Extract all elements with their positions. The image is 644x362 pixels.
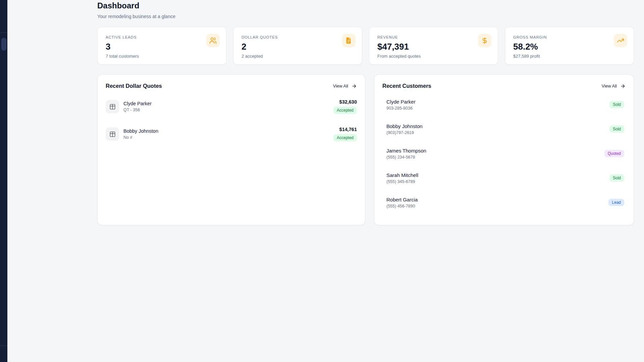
customers-list: Clyde Parker 903-285-8036 Sold Bobby Joh… bbox=[382, 97, 626, 210]
stat-label: DOLLAR QUOTES bbox=[241, 35, 354, 39]
stat-value: 3 bbox=[106, 42, 218, 51]
quote-amount: $32,630 bbox=[339, 99, 357, 105]
stat-label: REVENUE bbox=[377, 35, 490, 39]
main-content: Dashboard Your remodeling business at a … bbox=[97, 0, 634, 225]
dollar-icon bbox=[478, 34, 491, 47]
quote-row[interactable]: Bobby Johnston No # $14,761 Accepted bbox=[106, 125, 357, 143]
customer-row[interactable]: James Thompson (555) 234-5678 Quoted bbox=[382, 146, 626, 161]
stat-card-gross-margin: GROSS MARGIN 58.2% $27,589 profit bbox=[505, 27, 634, 65]
customer-name: Clyde Parker bbox=[386, 99, 416, 105]
quote-customer-name: Clyde Parker bbox=[123, 101, 333, 106]
sidebar bbox=[0, 0, 7, 362]
arrow-right-icon bbox=[352, 83, 357, 89]
status-badge: Accepted bbox=[333, 107, 357, 114]
status-badge: Sold bbox=[609, 174, 624, 182]
status-badge: Sold bbox=[609, 125, 624, 133]
customer-row[interactable]: Sarah Mitchell (555) 345-6789 Sold bbox=[382, 171, 626, 185]
quote-number: QT - 356 bbox=[123, 108, 333, 112]
stat-card-revenue: REVENUE $47,391 From accepted quotes bbox=[369, 27, 498, 65]
customers-panel-title: Recent Customers bbox=[382, 83, 431, 89]
table-icon bbox=[106, 100, 119, 113]
quotes-list: Clyde Parker QT - 356 $32,630 Accepted B… bbox=[106, 97, 357, 143]
sidebar-active-item[interactable] bbox=[1, 38, 6, 51]
stat-sub: $27,589 profit bbox=[513, 54, 626, 59]
status-badge: Sold bbox=[609, 101, 624, 108]
stat-label: ACTIVE LEADS bbox=[106, 35, 218, 39]
quote-customer-name: Bobby Johnston bbox=[123, 128, 333, 134]
customer-phone: (903)797-2619 bbox=[386, 130, 423, 135]
quote-row[interactable]: Clyde Parker QT - 356 $32,630 Accepted bbox=[106, 97, 357, 116]
customer-phone: 903-285-8036 bbox=[386, 106, 416, 111]
status-badge: Lead bbox=[608, 199, 624, 206]
stat-value: 58.2% bbox=[513, 42, 626, 51]
stat-card-active-leads: ACTIVE LEADS 3 7 total customers bbox=[97, 27, 226, 65]
stat-sub: From accepted quotes bbox=[377, 54, 490, 59]
file-text-icon bbox=[342, 34, 356, 47]
stat-value: 2 bbox=[241, 42, 354, 51]
recent-dollar-quotes-panel: Recent Dollar Quotes View All Clyde Park… bbox=[97, 74, 365, 225]
stat-card-dollar-quotes: DOLLAR QUOTES 2 2 accepted bbox=[233, 27, 362, 65]
sidebar-divider-bottom bbox=[0, 346, 7, 346]
arrow-right-icon bbox=[620, 83, 626, 89]
customer-row[interactable]: Robert Garcia (555) 456-7890 Lead bbox=[382, 195, 626, 210]
customer-name: Robert Garcia bbox=[386, 197, 418, 202]
sidebar-divider-top bbox=[0, 33, 7, 33]
table-icon bbox=[106, 127, 119, 141]
page-subtitle: Your remodeling business at a glance bbox=[97, 13, 634, 19]
status-badge: Quoted bbox=[604, 150, 624, 157]
view-all-label: View All bbox=[333, 83, 348, 88]
customers-view-all-link[interactable]: View All bbox=[602, 83, 626, 89]
customer-row[interactable]: Clyde Parker 903-285-8036 Sold bbox=[382, 97, 626, 112]
customer-name: Bobby Johnston bbox=[386, 123, 423, 129]
quotes-view-all-link[interactable]: View All bbox=[333, 83, 357, 89]
users-icon bbox=[206, 34, 220, 47]
stat-label: GROSS MARGIN bbox=[513, 35, 626, 39]
quotes-panel-title: Recent Dollar Quotes bbox=[106, 83, 162, 89]
stats-row: ACTIVE LEADS 3 7 total customers DOLLAR … bbox=[97, 27, 634, 65]
panels-row: Recent Dollar Quotes View All Clyde Park… bbox=[97, 74, 634, 225]
view-all-label: View All bbox=[602, 83, 617, 88]
stat-value: $47,391 bbox=[377, 42, 490, 51]
status-badge: Accepted bbox=[333, 134, 357, 141]
stat-sub: 2 accepted bbox=[241, 54, 354, 59]
page-title: Dashboard bbox=[97, 1, 634, 11]
customer-phone: (555) 456-7890 bbox=[386, 204, 418, 208]
customer-row[interactable]: Bobby Johnston (903)797-2619 Sold bbox=[382, 122, 626, 136]
customer-phone: (555) 345-6789 bbox=[386, 179, 418, 184]
customer-name: James Thompson bbox=[386, 148, 426, 154]
recent-customers-panel: Recent Customers View All Clyde Parker 9… bbox=[374, 74, 634, 225]
customer-name: Sarah Mitchell bbox=[386, 172, 418, 178]
customer-phone: (555) 234-5678 bbox=[386, 155, 426, 160]
quote-amount: $14,761 bbox=[339, 127, 357, 132]
trending-up-icon bbox=[614, 34, 627, 47]
quote-number: No # bbox=[123, 135, 333, 140]
stat-sub: 7 total customers bbox=[106, 54, 218, 59]
